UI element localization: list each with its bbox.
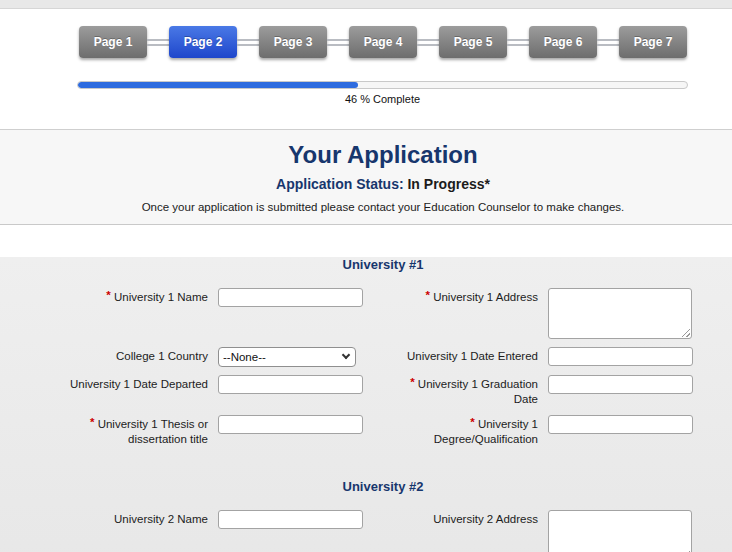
application-status: Application Status: In Progress* bbox=[34, 176, 732, 192]
top-strip bbox=[0, 0, 732, 9]
field-label-university-1-date-departed: University 1 Date Departed bbox=[68, 375, 218, 407]
status-value: In Progress* bbox=[407, 176, 489, 192]
university-1-date-entered-input[interactable] bbox=[548, 347, 693, 366]
section-heading-university-1: University #1 bbox=[0, 257, 732, 272]
page-button-page-1[interactable]: Page 1 bbox=[79, 26, 147, 58]
college-1-country-select[interactable]: --None-- bbox=[218, 347, 356, 367]
page-button-page-6[interactable]: Page 6 bbox=[529, 26, 597, 58]
progress-label: 46 % Complete bbox=[77, 93, 688, 105]
university-1-thesis-or-dissertation-title-input[interactable] bbox=[218, 415, 363, 434]
field-label-university-2-address: University 2 Address bbox=[363, 510, 548, 552]
field-label-college-1-country: College 1 Country bbox=[68, 347, 218, 367]
form-row: University 1 Date Departed* University 1… bbox=[68, 375, 732, 407]
university-1-degree-qualification-input[interactable] bbox=[548, 415, 693, 434]
field-label-university-1-graduation-date: * University 1 Graduation Date bbox=[363, 375, 548, 407]
required-asterisk: * bbox=[470, 416, 474, 428]
university-1-date-departed-input[interactable] bbox=[218, 375, 363, 394]
university-2-address-textarea[interactable] bbox=[548, 510, 692, 552]
page-title: Your Application bbox=[34, 141, 732, 169]
page-connector bbox=[327, 39, 349, 46]
application-page: Page 1Page 2Page 3Page 4Page 5Page 6Page… bbox=[0, 0, 732, 552]
field-label-university-1-name: * University 1 Name bbox=[68, 288, 218, 339]
page-button-page-7[interactable]: Page 7 bbox=[619, 26, 687, 58]
progress-bar-fill bbox=[78, 82, 358, 88]
required-asterisk: * bbox=[90, 416, 94, 428]
form-row: College 1 Country--None--University 1 Da… bbox=[68, 347, 732, 367]
page-connector bbox=[597, 39, 619, 46]
university-1-graduation-date-input[interactable] bbox=[548, 375, 693, 394]
university-1-name-input[interactable] bbox=[218, 288, 363, 307]
page-nav: Page 1Page 2Page 3Page 4Page 5Page 6Page… bbox=[0, 26, 732, 58]
page-connector bbox=[237, 39, 259, 46]
required-asterisk: * bbox=[425, 289, 429, 301]
page-connector bbox=[507, 39, 529, 46]
submission-note: Once your application is submitted pleas… bbox=[34, 201, 732, 213]
field-label-university-1-thesis-or-dissertation-title: * University 1 Thesis or dissertation ti… bbox=[68, 415, 218, 447]
section-heading-university-2: University #2 bbox=[0, 479, 732, 494]
page-button-page-3[interactable]: Page 3 bbox=[259, 26, 327, 58]
field-label-university-2-name: University 2 Name bbox=[68, 510, 218, 552]
page-button-page-2[interactable]: Page 2 bbox=[169, 26, 237, 58]
form-row: * University 1 Name* University 1 Addres… bbox=[68, 288, 732, 339]
university-1-address-textarea[interactable] bbox=[548, 288, 692, 339]
field-label-university-1-date-entered: University 1 Date Entered bbox=[363, 347, 548, 367]
form-row: * University 1 Thesis or dissertation ti… bbox=[68, 415, 732, 447]
progress: 46 % Complete bbox=[77, 81, 688, 105]
page-button-page-5[interactable]: Page 5 bbox=[439, 26, 507, 58]
page-connector bbox=[147, 39, 169, 46]
field-label-university-1-address: * University 1 Address bbox=[363, 288, 548, 339]
page-navigation-band: Page 1Page 2Page 3Page 4Page 5Page 6Page… bbox=[0, 9, 732, 129]
application-header: Your Application Application Status: In … bbox=[0, 129, 732, 225]
field-label-university-1-degree-qualification: * University 1 Degree/Qualification bbox=[363, 415, 548, 447]
progress-bar bbox=[77, 81, 688, 89]
application-form: University #1* University 1 Name* Univer… bbox=[0, 257, 732, 552]
form-row: University 2 NameUniversity 2 Address bbox=[68, 510, 732, 552]
required-asterisk: * bbox=[410, 376, 414, 388]
page-connector bbox=[417, 39, 439, 46]
page-button-page-4[interactable]: Page 4 bbox=[349, 26, 417, 58]
required-asterisk: * bbox=[106, 289, 110, 301]
status-label: Application Status: bbox=[276, 176, 404, 192]
university-2-name-input[interactable] bbox=[218, 510, 363, 529]
